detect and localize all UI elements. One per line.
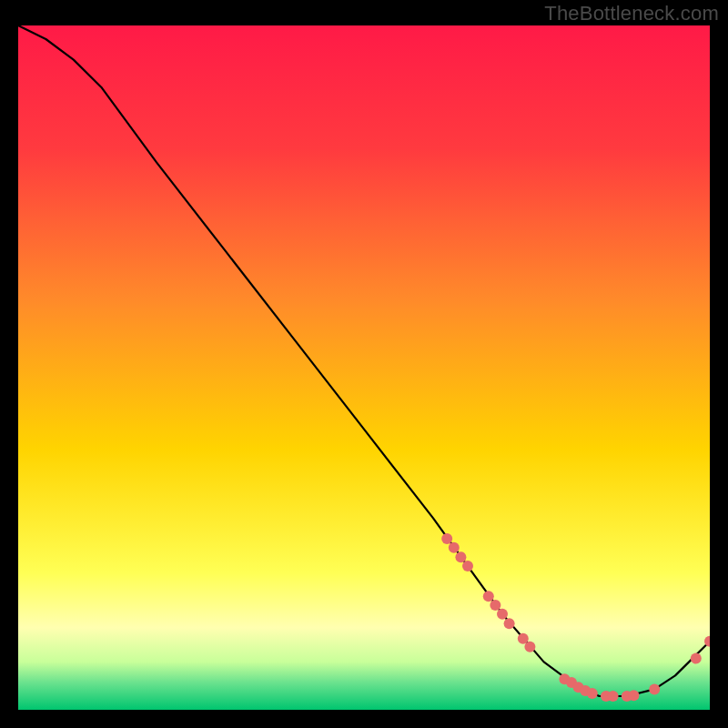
plot-area [18, 25, 710, 710]
marker-point [490, 600, 500, 611]
marker-point [649, 683, 660, 694]
marker-point [441, 533, 452, 544]
marker-point [691, 653, 702, 664]
watermark-text: TheBottleneck.com [544, 2, 719, 25]
marker-point [497, 609, 508, 620]
marker-point [455, 551, 466, 562]
marker-point [608, 691, 619, 702]
gradient-background [18, 25, 710, 710]
marker-point [504, 618, 515, 629]
chart-svg [18, 25, 710, 710]
marker-point [462, 561, 473, 571]
chart-frame: TheBottleneck.com [0, 0, 728, 728]
marker-point [483, 591, 494, 602]
marker-point [524, 642, 535, 652]
marker-point [628, 690, 639, 701]
marker-point [587, 688, 598, 699]
marker-point [449, 542, 460, 553]
